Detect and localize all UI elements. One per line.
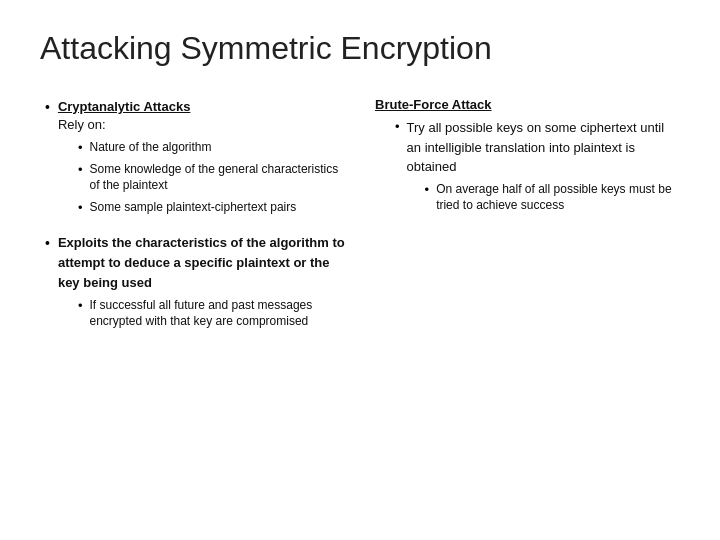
exploits-sub-dot: • <box>78 298 83 313</box>
cryptanalytic-sub-list: • Nature of the algorithm • Some knowled… <box>58 139 350 216</box>
sub-dot-1: • <box>78 140 83 155</box>
brute-sub-sub-bullet: • On average half of all possible keys m… <box>425 181 680 215</box>
slide: Attacking Symmetric Encryption • Cryptan… <box>0 0 720 540</box>
sub-dot-2: • <box>78 162 83 177</box>
sub-bullet-1: • Nature of the algorithm <box>78 139 350 156</box>
cryptanalytic-content: Cryptanalytic Attacks Rely on: • Nature … <box>58 97 350 221</box>
left-column: • Cryptanalytic Attacks Rely on: • Natur… <box>40 97 350 335</box>
right-column: Brute-Force Attack • Try all possible ke… <box>370 97 680 335</box>
sub-text-1: Nature of the algorithm <box>89 139 211 156</box>
exploits-sub-list: • If successful all future and past mess… <box>58 297 350 331</box>
brute-sub-bullet-1: • Try all possible keys on some cipherte… <box>395 118 680 219</box>
sub-dot-3: • <box>78 200 83 215</box>
brute-force-header: Brute-Force Attack <box>375 97 680 112</box>
cryptanalytic-header: Cryptanalytic Attacks <box>58 99 190 114</box>
brute-sub-dot-1: • <box>395 119 400 134</box>
content-area: • Cryptanalytic Attacks Rely on: • Natur… <box>40 97 680 335</box>
sub-text-3: Some sample plaintext-ciphertext pairs <box>89 199 296 216</box>
sub-text-2: Some knowledge of the general characteri… <box>89 161 350 195</box>
exploits-text: Exploits the characteristics of the algo… <box>58 235 345 290</box>
sub-bullet-2: • Some knowledge of the general characte… <box>78 161 350 195</box>
sub-bullet-3: • Some sample plaintext-ciphertext pairs <box>78 199 350 216</box>
bullet-dot-1: • <box>45 99 50 115</box>
exploits-sub-bullet: • If successful all future and past mess… <box>78 297 350 331</box>
brute-sub-list: • Try all possible keys on some cipherte… <box>375 118 680 219</box>
brute-sub-text: On average half of all possible keys mus… <box>436 181 680 215</box>
exploits-sub-text: If successful all future and past messag… <box>89 297 350 331</box>
bullet-dot-2: • <box>45 235 50 251</box>
bullet-cryptanalytic: • Cryptanalytic Attacks Rely on: • Natur… <box>45 97 350 221</box>
cryptanalytic-intro: Rely on: <box>58 117 106 132</box>
slide-title: Attacking Symmetric Encryption <box>40 30 680 67</box>
brute-sub-sub-list: • On average half of all possible keys m… <box>407 181 680 215</box>
brute-sub-content: Try all possible keys on some ciphertext… <box>407 118 680 219</box>
brute-sub-sub-dot: • <box>425 182 430 197</box>
exploits-content: Exploits the characteristics of the algo… <box>58 233 350 335</box>
bullet-exploits: • Exploits the characteristics of the al… <box>45 233 350 335</box>
brute-main-text: Try all possible keys on some ciphertext… <box>407 120 664 174</box>
